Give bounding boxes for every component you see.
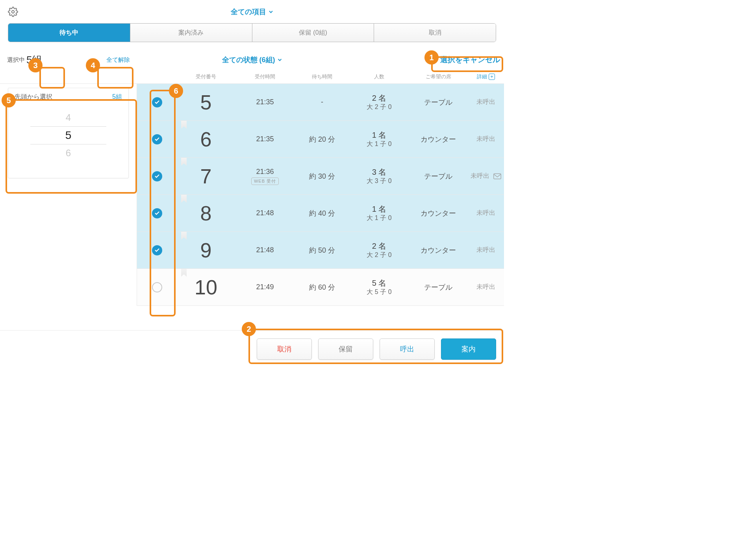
seat-preference: カウンター <box>421 246 456 254</box>
column-headers: 受付番号 受付時間 待ち時間 人数 ご希望の席 詳細 + <box>0 70 504 84</box>
view-filter-label: 全ての項目 <box>231 7 266 17</box>
wait-time: 約 20 分 <box>309 135 335 143</box>
wait-time: 約 40 分 <box>309 209 335 217</box>
call-status: 未呼出 <box>476 209 495 217</box>
reception-time: 21:48 <box>256 246 274 254</box>
tab-waiting[interactable]: 待ち中 <box>8 24 130 42</box>
queue-row[interactable]: 621:35約 20 分1 名大 1 子 0カウンター未呼出 <box>137 121 504 158</box>
subheader: 選択中 5組 全て解除 全ての状態 (6組) 選択をキャンセル <box>0 50 504 70</box>
status-tabs: 待ち中 案内済み 保留 (0組) 取消 <box>8 23 496 42</box>
select-from-top-label: 先頭から選択 <box>15 93 52 101</box>
tab-waiting-label: 待ち中 <box>59 29 78 37</box>
call-status: 未呼出 <box>476 98 495 106</box>
queue-row[interactable]: 821:48約 40 分1 名大 1 子 0カウンター未呼出 <box>137 195 504 232</box>
party-breakdown: 大 2 子 0 <box>350 251 409 259</box>
mail-icon <box>493 173 501 179</box>
col-time: 受付時間 <box>235 73 295 80</box>
status-filter-dropdown[interactable]: 全ての状態 (6組) <box>222 55 282 65</box>
picker-option[interactable]: 6 <box>15 146 122 160</box>
row-checkbox[interactable] <box>152 245 162 255</box>
detail-label: 詳細 <box>477 73 487 80</box>
seat-preference: テーブル <box>424 172 452 180</box>
row-checkbox[interactable] <box>152 97 162 107</box>
queue-row[interactable]: 1021:49約 60 分5 名大 5 子 0テーブル未呼出 <box>137 269 504 306</box>
call-button[interactable]: 呼出 <box>380 338 435 360</box>
call-status: 未呼出 <box>476 283 495 291</box>
queue-row[interactable]: 521:35-2 名大 2 子 0テーブル未呼出 <box>137 84 504 121</box>
ticket-number: 8 <box>200 202 212 225</box>
party-breakdown: 大 1 子 0 <box>350 140 409 148</box>
selecting-count: 5組 <box>26 53 42 67</box>
call-status: 未呼出 <box>476 135 495 143</box>
tab-done-label: 案内済み <box>178 29 204 37</box>
detail-toggle[interactable]: 詳細 + <box>477 73 495 80</box>
seat-preference: テーブル <box>424 98 452 106</box>
select-from-top-value: 5組 <box>112 93 122 101</box>
party-size: 1 名 <box>350 204 409 214</box>
party-size: 2 名 <box>350 93 409 103</box>
row-checkbox[interactable] <box>152 134 162 144</box>
reception-time: 21:49 <box>256 283 274 291</box>
seat-preference: テーブル <box>424 283 452 291</box>
topbar: 全ての項目 <box>0 0 504 23</box>
picker-selected[interactable]: 5 <box>30 126 106 144</box>
reception-time: 21:48 <box>256 209 274 217</box>
hold-button[interactable]: 保留 <box>318 338 373 360</box>
selection-summary: 選択中 5組 全て解除 <box>0 53 137 67</box>
tab-cancel[interactable]: 取消 <box>374 24 496 42</box>
picker-option[interactable]: 4 <box>15 111 122 125</box>
view-filter-dropdown[interactable]: 全ての項目 <box>231 7 273 17</box>
ticket-number: 10 <box>195 276 217 299</box>
svg-rect-1 <box>494 174 501 179</box>
wait-time: 約 60 分 <box>309 283 335 291</box>
web-reception-badge: WEB 受付 <box>251 178 279 185</box>
party-size: 5 名 <box>350 278 409 288</box>
side-panel: 先頭から選択 5組 4 5 6 <box>0 84 137 306</box>
cancel-button[interactable]: 取消 <box>257 338 312 360</box>
reception-time: 21:35 <box>256 98 274 106</box>
party-breakdown: 大 1 子 0 <box>350 214 409 222</box>
party-size: 3 名 <box>350 167 409 177</box>
row-checkbox[interactable] <box>152 282 162 292</box>
clear-all-button[interactable]: 全て解除 <box>106 56 130 64</box>
col-number: 受付番号 <box>176 73 235 80</box>
row-checkbox[interactable] <box>152 171 162 181</box>
party-size: 1 名 <box>350 130 409 140</box>
call-status: 未呼出 <box>476 246 495 254</box>
seat-preference: カウンター <box>421 135 456 143</box>
reception-time: 21:36 <box>256 168 274 176</box>
tab-done[interactable]: 案内済み <box>130 24 252 42</box>
wait-time: 約 50 分 <box>309 246 335 254</box>
call-status: 未呼出 <box>471 172 489 180</box>
chevron-down-icon <box>269 9 273 14</box>
wait-time: 約 30 分 <box>309 172 335 180</box>
tab-cancel-label: 取消 <box>429 29 441 37</box>
col-wait: 待ち時間 <box>295 73 350 80</box>
party-breakdown: 大 3 子 0 <box>350 177 409 185</box>
tab-hold-label: 保留 (0組) <box>299 29 327 37</box>
queue-row[interactable]: 721:36WEB 受付約 30 分3 名大 3 子 0テーブル未呼出 <box>137 158 504 195</box>
reception-time: 21:35 <box>256 135 274 143</box>
ticket-number: 6 <box>200 128 212 151</box>
select-from-top-card: 先頭から選択 5組 4 5 6 <box>8 88 129 178</box>
plus-icon: + <box>489 74 495 80</box>
party-breakdown: 大 2 子 0 <box>350 103 409 111</box>
svg-point-0 <box>12 10 15 13</box>
col-seat: ご希望の席 <box>409 73 468 80</box>
col-people: 人数 <box>350 73 409 80</box>
guide-button[interactable]: 案内 <box>441 338 496 360</box>
chevron-down-icon <box>278 57 282 62</box>
gear-icon[interactable] <box>8 7 18 17</box>
tab-hold[interactable]: 保留 (0組) <box>252 24 374 42</box>
party-size: 2 名 <box>350 241 409 251</box>
ticket-number: 5 <box>200 91 212 114</box>
queue-row[interactable]: 921:48約 50 分2 名大 2 子 0カウンター未呼出 <box>137 232 504 269</box>
ticket-number: 7 <box>200 165 212 188</box>
wait-time: - <box>321 98 323 106</box>
seat-preference: カウンター <box>421 209 456 217</box>
row-checkbox[interactable] <box>152 208 162 218</box>
count-picker[interactable]: 4 5 6 <box>15 111 122 160</box>
queue-list: 521:35-2 名大 2 子 0テーブル未呼出621:35約 20 分1 名大… <box>137 84 504 306</box>
cancel-selection-button[interactable]: 選択をキャンセル <box>440 55 500 65</box>
action-bar: 取消 保留 呼出 案内 <box>0 330 504 368</box>
